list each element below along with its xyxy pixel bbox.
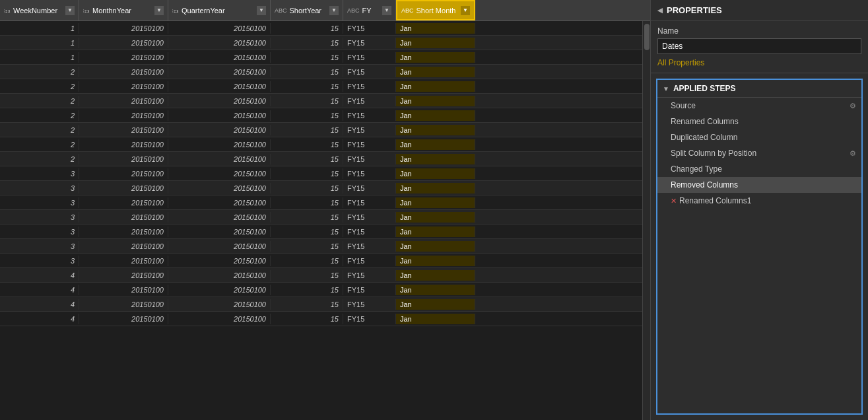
scrollbar[interactable] [642, 21, 650, 420]
step-item-changed-type[interactable]: Changed Type [657, 161, 861, 177]
step-gear-icon[interactable]: ⚙ [850, 102, 856, 110]
step-label: Removed Columns [671, 180, 738, 190]
filter-week-number[interactable]: ▼ [65, 6, 75, 15]
cell-short-year: 15 [271, 183, 343, 193]
cell-fy: FY15 [343, 256, 396, 266]
cell-month: 20150100 [79, 212, 168, 223]
cell-short-month: Jan [396, 110, 475, 121]
col-header-week-number: ᵢ₂₃ WeekNumber ▼ [0, 0, 79, 20]
step-item-duplicated-column[interactable]: Duplicated Column [657, 129, 861, 145]
cell-month: 20150100 [79, 154, 168, 164]
cell-short-month: Jan [396, 270, 475, 281]
applied-steps-header: ▼ APPLIED STEPS [657, 80, 861, 98]
table-header: ᵢ₂₃ WeekNumber ▼ ᵢ₂₃ MonthnYear ▼ ᵢ₂₃ Qu… [0, 0, 650, 21]
cell-quarter: 20150100 [168, 299, 271, 310]
cell-quarter: 20150100 [168, 227, 271, 237]
table-row: 3 20150100 20150100 15 FY15 Jan [0, 210, 642, 225]
table-row: 1 20150100 20150100 15 FY15 Jan [0, 36, 642, 50]
cell-short-month: Jan [396, 256, 475, 266]
cell-quarter: 20150100 [168, 270, 271, 281]
cell-week: 3 [0, 197, 79, 208]
table-row: 1 20150100 20150100 15 FY15 Jan [0, 50, 642, 65]
table-row: 2 20150100 20150100 15 FY15 Jan [0, 137, 642, 152]
step-error-icon: ✕ [671, 197, 677, 205]
table-row: 3 20150100 20150100 15 FY15 Jan [0, 254, 642, 268]
cell-short-year: 15 [271, 168, 343, 179]
cell-fy: FY15 [343, 314, 396, 324]
cell-fy: FY15 [343, 96, 396, 106]
cell-short-month: Jan [396, 139, 475, 150]
cell-month: 20150100 [79, 299, 168, 310]
cell-short-month: Jan [396, 81, 475, 92]
cell-short-year: 15 [271, 299, 343, 310]
properties-content: Name All Properties [651, 21, 868, 73]
cell-short-month: Jan [396, 38, 475, 48]
steps-list: Source⚙Renamed ColumnsDuplicated ColumnS… [657, 98, 861, 413]
cell-quarter: 20150100 [168, 23, 271, 34]
step-gear-icon[interactable]: ⚙ [850, 149, 856, 158]
step-item-split-column-by-position[interactable]: Split Column by Position⚙ [657, 145, 861, 161]
filter-quarter-year[interactable]: ▼ [257, 6, 266, 15]
cell-fy: FY15 [343, 227, 396, 237]
cell-quarter: 20150100 [168, 110, 271, 121]
filter-month-year[interactable]: ▼ [154, 6, 164, 15]
table-row: 4 20150100 20150100 15 FY15 Jan [0, 297, 642, 312]
step-label: Renamed Columns1 [679, 196, 751, 205]
filter-short-year[interactable]: ▼ [329, 6, 339, 15]
step-item-source[interactable]: Source⚙ [657, 98, 861, 114]
all-properties-link[interactable]: All Properties [657, 58, 704, 67]
cell-week: 2 [0, 110, 79, 121]
cell-fy: FY15 [343, 38, 396, 48]
table-row: 4 20150100 20150100 15 FY15 Jan [0, 312, 642, 326]
cell-fy: FY15 [343, 110, 396, 121]
cell-month: 20150100 [79, 197, 168, 208]
cell-fy: FY15 [343, 299, 396, 310]
filter-short-month[interactable]: ▼ [461, 6, 470, 15]
cell-month: 20150100 [79, 67, 168, 77]
cell-short-year: 15 [271, 38, 343, 48]
cell-month: 20150100 [79, 227, 168, 237]
cell-short-month: Jan [396, 285, 475, 295]
week-number-type-icon: ᵢ₂₃ [4, 7, 11, 14]
col-label-short-month: Short Month [417, 7, 458, 15]
filter-fy[interactable]: ▼ [382, 6, 391, 15]
quarter-year-type-icon: ᵢ₂₃ [172, 7, 179, 14]
fy-type-icon: ABC [347, 7, 360, 14]
cell-quarter: 20150100 [168, 285, 271, 295]
cell-week: 4 [0, 285, 79, 295]
cell-short-month: Jan [396, 227, 475, 237]
table-row: 2 20150100 20150100 15 FY15 Jan [0, 108, 642, 123]
short-month-type-icon: ABC [401, 7, 414, 14]
cell-short-year: 15 [271, 314, 343, 324]
cell-short-month: Jan [396, 212, 475, 223]
col-label-quarter-year: QuarternYear [182, 7, 254, 15]
cell-week: 3 [0, 227, 79, 237]
cell-short-month: Jan [396, 67, 475, 77]
cell-short-month: Jan [396, 168, 475, 179]
col-header-month-year: ᵢ₂₃ MonthnYear ▼ [79, 0, 168, 20]
scrollbar-thumb[interactable] [644, 24, 650, 50]
cell-week: 4 [0, 270, 79, 281]
table-row: 2 20150100 20150100 15 FY15 Jan [0, 123, 642, 137]
cell-week: 1 [0, 23, 79, 34]
cell-short-year: 15 [271, 212, 343, 223]
table-row: 3 20150100 20150100 15 FY15 Jan [0, 166, 642, 181]
cell-short-month: Jan [396, 154, 475, 164]
table-row: 4 20150100 20150100 15 FY15 Jan [0, 268, 642, 283]
cell-fy: FY15 [343, 81, 396, 92]
cell-short-year: 15 [271, 241, 343, 252]
cell-week: 3 [0, 168, 79, 179]
applied-steps-title: APPLIED STEPS [673, 84, 736, 93]
properties-header: ◀ PROPERTIES [651, 0, 868, 21]
name-input[interactable] [657, 38, 861, 54]
cell-quarter: 20150100 [168, 197, 271, 208]
cell-short-year: 15 [271, 227, 343, 237]
step-item-renamed-columns-1[interactable]: ✕Renamed Columns1 [657, 193, 861, 209]
step-item-renamed-columns[interactable]: Renamed Columns [657, 114, 861, 129]
cell-quarter: 20150100 [168, 168, 271, 179]
cell-short-year: 15 [271, 154, 343, 164]
right-panel: ◀ PROPERTIES Name All Properties ▼ APPLI… [650, 0, 868, 420]
cell-short-year: 15 [271, 23, 343, 34]
step-item-removed-columns[interactable]: Removed Columns [657, 177, 861, 193]
cell-short-year: 15 [271, 52, 343, 63]
